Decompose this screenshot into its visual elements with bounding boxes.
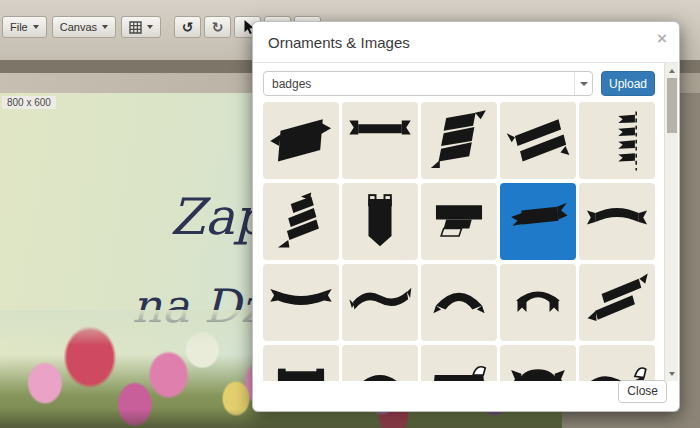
- badge-thumbnail-curved-forked-banner[interactable]: [579, 183, 655, 260]
- badge-thumbnail-forked-banner[interactable]: [500, 183, 576, 260]
- category-select-value: badges: [272, 77, 574, 91]
- chevron-down-icon: [147, 25, 153, 29]
- badge-thumbnail-arched-arrow-banner[interactable]: [342, 345, 418, 381]
- badge-grid: [263, 102, 655, 381]
- grid-icon: [129, 21, 142, 34]
- badge-thumbnail-zigzag-two-fold-ribbon[interactable]: [579, 264, 655, 341]
- badge-thumbnail-block-page-curl[interactable]: [421, 345, 497, 381]
- scroll-up-icon[interactable]: [665, 64, 679, 77]
- dialog-header: Ornaments & Images ×: [253, 22, 679, 63]
- badge-thumbnail-arc-down-forked-banner[interactable]: [263, 264, 339, 341]
- app-window: File Canvas ↺ ↻: [0, 0, 700, 428]
- badge-thumbnail-wavy-ribbon-banner[interactable]: [342, 264, 418, 341]
- scrollbar-thumb[interactable]: [667, 78, 677, 133]
- badge-thumbnail-zigzag-fold-ribbon[interactable]: [421, 102, 497, 179]
- close-icon[interactable]: ×: [657, 30, 667, 47]
- chevron-down-icon: [574, 72, 592, 95]
- undo-button[interactable]: ↺: [174, 16, 201, 38]
- chevron-down-icon: [102, 25, 108, 29]
- dialog-body: badges Upload: [253, 63, 679, 381]
- file-menu-label: File: [10, 21, 28, 33]
- badge-thumbnail-thin-straight-ribbon[interactable]: [342, 102, 418, 179]
- chevron-down-icon: [33, 25, 39, 29]
- canvas-menu-label: Canvas: [60, 21, 97, 33]
- file-menu-button[interactable]: File: [2, 16, 47, 38]
- dialog-footer: Close: [253, 379, 679, 411]
- badge-thumbnail-vertical-spiral-ribbon[interactable]: [263, 183, 339, 260]
- grid-menu-button[interactable]: [121, 16, 161, 38]
- close-button[interactable]: Close: [618, 380, 667, 403]
- canvas-size-label: 800 x 600: [2, 96, 56, 109]
- dialog-scrollbar[interactable]: [664, 63, 678, 381]
- badge-thumbnail-arched-banner-tabs[interactable]: [500, 264, 576, 341]
- badge-thumbnail-oval-forked-badge[interactable]: [500, 345, 576, 381]
- badge-thumbnail-arched-banner[interactable]: [421, 264, 497, 341]
- badge-thumbnail-vertical-pennant[interactable]: [342, 183, 418, 260]
- undo-icon: ↺: [182, 20, 194, 34]
- badge-thumbnail-slanted-wide-banner[interactable]: [263, 102, 339, 179]
- badge-thumbnail-diagonal-double-ribbon[interactable]: [500, 102, 576, 179]
- redo-icon: ↻: [212, 20, 224, 34]
- badge-thumbnail-flag-list[interactable]: [579, 102, 655, 179]
- redo-button[interactable]: ↻: [204, 16, 231, 38]
- badge-thumbnail-banner-with-fold[interactable]: [421, 183, 497, 260]
- canvas-menu-button[interactable]: Canvas: [52, 16, 116, 38]
- badge-thumbnail-wavy-block-curl[interactable]: [579, 345, 655, 381]
- ornaments-images-dialog: Ornaments & Images × badges Upload Close: [252, 21, 680, 412]
- upload-button[interactable]: Upload: [601, 71, 655, 96]
- badge-thumbnail-banner-hanging-forks[interactable]: [263, 345, 339, 381]
- dialog-title: Ornaments & Images: [268, 34, 664, 51]
- category-select[interactable]: badges: [263, 71, 593, 96]
